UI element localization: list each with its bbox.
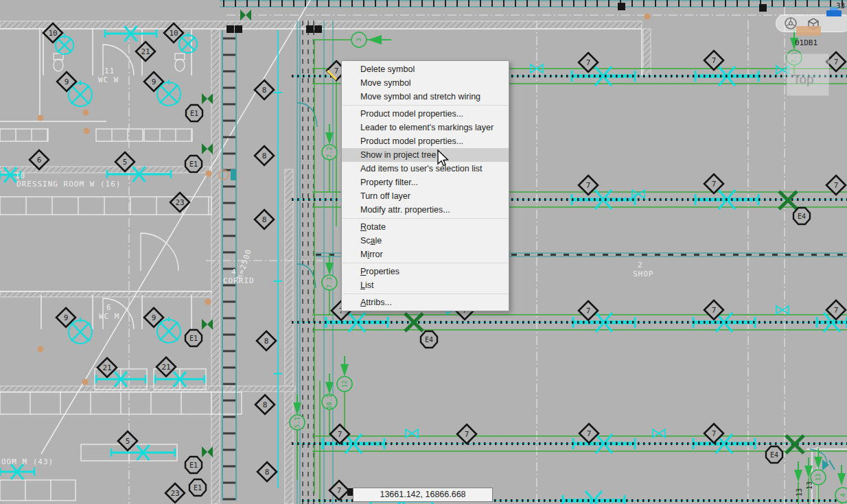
circuit-tag-label: 7.3 — [326, 277, 333, 288]
door-handle-marker — [645, 14, 651, 20]
menu-item-delete-symbol[interactable]: Delete symbol — [342, 62, 509, 76]
position-diamond-label: 6 — [37, 156, 42, 165]
equipment-hexagon-label: E4 — [425, 336, 433, 344]
mouse-cursor — [433, 148, 451, 169]
position-diamond-label: 7 — [586, 181, 591, 190]
position-diamond-label: 23 — [170, 489, 179, 498]
menu-item-product-model-properties[interactable]: Product model properties... — [342, 107, 509, 121]
menu-item-move-symbol[interactable]: Move symbol — [342, 76, 509, 90]
position-diamond-label: 10 — [169, 29, 178, 38]
position-diamond-label: 8 — [262, 152, 267, 160]
cad-viewport[interactable]: 37.27.31210.15.17.1134102110996523992121… — [0, 0, 847, 504]
menu-item-mirror[interactable]: Mirror — [342, 248, 509, 261]
equipment-hexagon-label: E4 — [798, 213, 806, 220]
room-label: SHOP — [633, 269, 654, 278]
hatched-wall — [285, 169, 293, 504]
hatched-wall — [0, 291, 211, 297]
door-symbol[interactable] — [231, 169, 236, 180]
position-diamond-label: 7 — [712, 306, 717, 315]
circuit-number-label: 13 — [796, 488, 803, 496]
door-handle-marker — [38, 346, 44, 352]
column-marker — [306, 25, 314, 33]
position-diamond-label: 8 — [264, 337, 269, 346]
room-label: WC W — [98, 75, 119, 84]
position-diamond-label: 7 — [465, 430, 469, 439]
view-cube[interactable]: Top — [787, 53, 829, 96]
menu-item-properties[interactable]: Properties — [342, 265, 509, 278]
menu-item-scale[interactable]: Scale — [342, 234, 509, 248]
stairs-icon — [825, 8, 844, 19]
db-label: 01DB1 — [795, 38, 817, 47]
door-handle-marker — [205, 299, 211, 305]
menu-item-modify-attr-properties[interactable]: Modify attr. properties... — [342, 203, 509, 217]
equipment-hexagon-label: E4 — [770, 451, 778, 459]
menu-item-rotate[interactable]: Rotate — [342, 220, 509, 234]
column-marker — [314, 25, 322, 33]
door-handle-marker — [84, 128, 90, 134]
equipment-hexagon-label: E1 — [194, 484, 202, 492]
menu-item-property-filter[interactable]: Property filter... — [342, 176, 509, 189]
equipment-hexagon-label: E1 — [189, 335, 198, 342]
door-handle-marker — [83, 110, 89, 116]
hatched-wall — [0, 386, 295, 392]
position-diamond-label: 7 — [834, 181, 839, 190]
position-diamond-label: 9 — [152, 313, 156, 322]
position-diamond-label: 7 — [712, 180, 717, 189]
circuit-tag-label: 4 — [839, 493, 846, 496]
column-marker — [235, 25, 242, 33]
position-diamond-label: 21 — [102, 363, 111, 372]
position-diamond-label: 7 — [334, 67, 339, 75]
position-diamond-label: 8 — [262, 86, 267, 95]
equipment-hexagon-label: E1 — [189, 461, 198, 469]
room-label: 11 — [104, 67, 115, 75]
menu-item-attribs[interactable]: Attribs... — [342, 296, 509, 309]
position-diamond-label: 9 — [152, 77, 156, 86]
position-diamond-label: 7 — [834, 58, 839, 67]
menu-item-add-items-to-user-s-selection-list[interactable]: Add items to user's selection list — [342, 162, 509, 176]
room-label: DRESSING ROOM W (16) — [16, 180, 121, 189]
position-diamond-label: 5 — [123, 158, 128, 167]
circuit-tag-label: 5.1 — [294, 417, 301, 428]
circuit-tag-label: 7.2 — [326, 147, 333, 158]
door-handle-marker — [206, 171, 212, 177]
menu-item-show-in-project-tree[interactable]: Show in project tree — [342, 148, 509, 162]
view-cube-face-label[interactable]: Top — [793, 72, 814, 87]
circuit-number-label: 13 — [806, 481, 813, 490]
position-diamond-label: 5 — [126, 437, 130, 446]
menu-item-move-symbol-and-stretch-wiring[interactable]: Move symbol and stretch wiring — [342, 90, 509, 104]
position-diamond-label: 8 — [262, 215, 267, 224]
position-diamond-label: 7 — [586, 58, 591, 67]
coordinate-tooltip: 13661.142, 16866.668 — [353, 488, 493, 502]
column-marker — [618, 3, 625, 10]
menu-item-product-model-properties[interactable]: Product model properties... — [342, 134, 509, 148]
position-diamond-label: 8 — [263, 400, 268, 409]
cursor-coordinates: 13661.142, 16866.668 — [380, 490, 465, 499]
equipment-hexagon-label: E1 — [189, 160, 198, 168]
equipment-hexagon-label: E1 — [190, 110, 198, 117]
circuit-tag-label: 10.1 — [326, 394, 333, 409]
door-handle-marker — [38, 115, 44, 121]
room-label: 2 — [638, 261, 643, 269]
circuit-tag-label: 13 — [815, 474, 822, 481]
position-diamond-label: 9 — [64, 313, 69, 322]
position-diamond-label: 7 — [586, 307, 591, 315]
room-label: 6 — [106, 303, 112, 312]
room-label: WC M — [99, 312, 120, 321]
position-diamond-label: 21 — [141, 47, 150, 56]
room-label: OOM M (43) — [1, 457, 54, 466]
menu-item-leader-to-element-s-markings-layer[interactable]: Leader to element's markings layer — [342, 121, 509, 134]
position-diamond-label: 8 — [265, 468, 270, 477]
menu-separator — [343, 263, 508, 263]
position-diamond-label: 21 — [161, 363, 170, 372]
menu-item-turn-off-layer[interactable]: Turn off layer — [342, 189, 509, 203]
menu-separator — [343, 105, 508, 106]
column-marker — [227, 25, 234, 33]
context-menu: Delete symbolMove symbolMove symbol and … — [341, 60, 509, 311]
position-diamond-label: 7 — [338, 430, 343, 439]
column-marker — [759, 4, 767, 12]
position-diamond-label: 7 — [712, 56, 717, 65]
hatched-wall — [0, 167, 211, 173]
position-diamond-label: 9 — [65, 77, 69, 86]
menu-separator — [343, 218, 508, 219]
menu-item-list[interactable]: List — [342, 278, 509, 292]
